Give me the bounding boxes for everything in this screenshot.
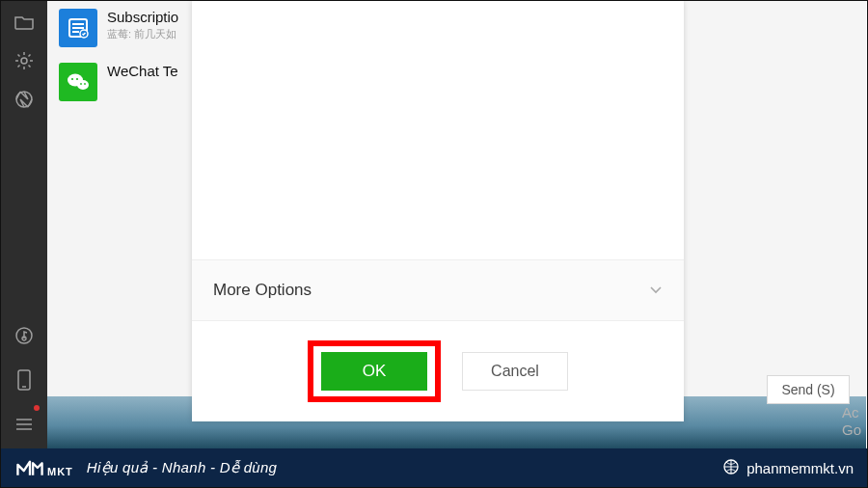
wechat-avatar-icon [59,63,97,101]
banner-tagline: Hiệu quả - Nhanh - Dễ dùng [87,459,277,476]
menu-icon[interactable] [1,407,47,442]
send-button-label: Send (S) [781,382,834,397]
svg-point-14 [80,83,82,85]
banner-site: phanmemmkt.vn [746,460,854,476]
contact-subtitle: 蓝莓: 前几天如 [107,27,178,41]
chevron-down-icon [649,282,663,299]
cancel-button[interactable]: Cancel [462,352,568,391]
more-options-label: More Options [213,281,312,300]
dialog-body [192,1,684,259]
svg-point-12 [71,78,73,80]
svg-point-0 [21,58,27,64]
contact-title: Subscriptio [107,9,178,25]
logo-text: MKT [47,466,73,477]
ok-button-highlight: OK [308,340,441,402]
svg-point-15 [84,83,86,85]
globe-icon [723,459,739,477]
cancel-button-label: Cancel [491,363,539,380]
svg-point-11 [77,80,89,90]
more-options-row[interactable]: More Options [192,259,684,321]
ok-button-label: OK [363,362,387,381]
aperture-icon[interactable] [1,82,47,117]
left-nav-rail [1,1,47,449]
send-dialog: More Options OK Cancel [192,1,684,421]
footer-banner: MKT Hiệu quả - Nhanh - Dễ dùng phanmemmk… [1,448,867,487]
ok-button[interactable]: OK [321,352,427,391]
contact-title: WeChat Te [107,63,178,79]
phone-icon[interactable] [1,363,47,397]
watermark-text: Ac Go [842,404,861,439]
dialog-footer: OK Cancel [192,321,684,421]
music-icon[interactable] [1,318,47,353]
folder-icon[interactable] [1,5,47,40]
send-button[interactable]: Send (S) [767,375,850,404]
subscriptions-avatar-icon [59,9,97,47]
svg-point-13 [76,78,78,80]
mkt-logo-icon: MKT [14,457,73,478]
gear-icon[interactable] [1,43,47,78]
